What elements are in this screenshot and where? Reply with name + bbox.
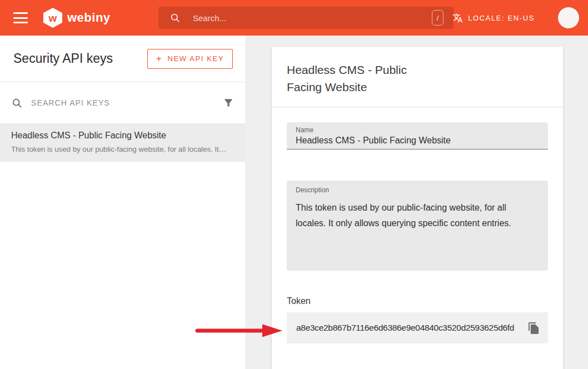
new-api-key-label: NEW API KEY xyxy=(168,54,224,63)
top-bar: w webiny / LOCALE: EN-US xyxy=(0,0,588,36)
token-section-label: Token xyxy=(287,296,548,306)
logo-wordmark: webiny xyxy=(67,11,111,25)
main-layout: Security API keys + NEW API KEY Headless… xyxy=(0,36,588,369)
description-field[interactable]: Description This token is used by our pu… xyxy=(287,181,548,271)
copy-token-button[interactable] xyxy=(527,322,540,335)
new-api-key-button[interactable]: + NEW API KEY xyxy=(147,49,233,69)
top-bar-right: LOCALE: EN-US xyxy=(452,0,588,36)
copy-icon xyxy=(527,322,540,335)
detail-title: Headless CMS - Public Facing Website xyxy=(272,47,438,96)
api-key-list-item[interactable]: Headless CMS - Public Facing Website Thi… xyxy=(0,123,245,162)
api-key-detail-card: Headless CMS - Public Facing Website Nam… xyxy=(272,47,563,369)
name-field-label: Name xyxy=(296,126,539,134)
token-value: a8e3ce2b867b7116e6d6386e9e04840c3520d259… xyxy=(296,323,514,333)
list-item-title: Headless CMS - Public Facing Website xyxy=(11,131,234,141)
translate-icon xyxy=(452,13,463,23)
hamburger-menu-icon[interactable] xyxy=(13,12,28,23)
plus-icon: + xyxy=(156,53,162,64)
token-box: a8e3ce2b867b7116e6d6386e9e04840c3520d259… xyxy=(287,312,548,343)
detail-area: Headless CMS - Public Facing Website Nam… xyxy=(245,36,588,369)
locale-label: LOCALE: EN-US xyxy=(468,14,535,22)
webiny-logo[interactable]: w webiny xyxy=(43,8,111,28)
api-keys-panel: Security API keys + NEW API KEY Headless… xyxy=(0,36,245,369)
description-field-value: This token is used by our public-facing … xyxy=(296,200,539,231)
description-field-label: Description xyxy=(296,186,539,194)
filter-icon[interactable] xyxy=(223,97,234,108)
list-item-description: This token is used by our public-facing … xyxy=(11,145,234,153)
global-search-bar[interactable]: / xyxy=(158,7,454,29)
page-title: Security API keys xyxy=(13,51,113,66)
api-key-form: Name Headless CMS - Public Facing Websit… xyxy=(272,122,563,343)
user-avatar[interactable] xyxy=(558,7,579,28)
api-keys-search-row xyxy=(0,82,245,123)
logo-letter: w xyxy=(49,13,57,23)
name-field-value: Headless CMS - Public Facing Website xyxy=(296,136,539,146)
card-divider xyxy=(272,107,563,107)
webiny-hexagon-icon: w xyxy=(43,8,62,28)
panel-header: Security API keys + NEW API KEY xyxy=(0,36,245,82)
global-search-input[interactable] xyxy=(193,13,432,23)
name-field[interactable]: Name Headless CMS - Public Facing Websit… xyxy=(287,122,548,149)
search-shortcut-badge: / xyxy=(432,10,444,26)
search-icon xyxy=(11,97,23,109)
search-icon xyxy=(170,12,181,23)
locale-selector[interactable]: LOCALE: EN-US xyxy=(452,13,535,23)
api-keys-search-input[interactable] xyxy=(31,98,223,107)
